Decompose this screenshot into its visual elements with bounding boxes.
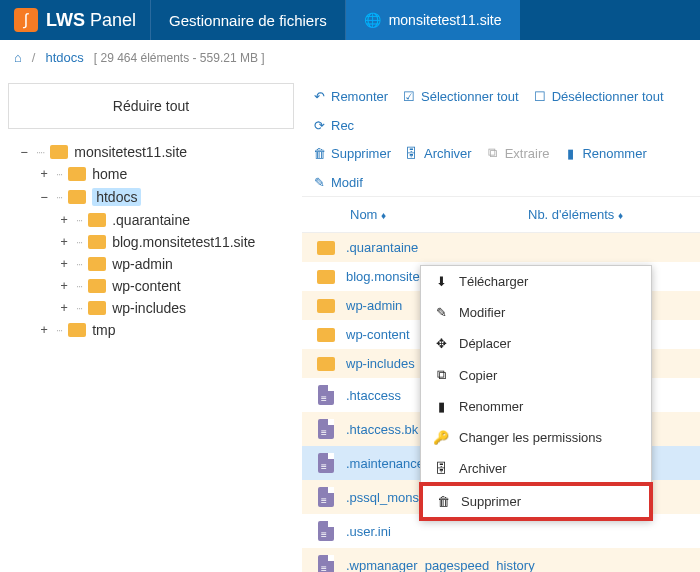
bookmark-icon: ▮ [563,146,577,161]
ctx-permissions[interactable]: 🔑Changer les permissions [421,422,651,453]
file-icon [318,419,334,439]
folder-icon [88,301,106,315]
checkbox-checked-icon: ☑ [402,89,416,104]
breadcrumb-current[interactable]: htdocs [45,50,83,65]
tree-toggle-icon[interactable]: + [58,235,70,249]
folder-icon [68,323,86,337]
sidebar: Réduire tout −····monsitetest11.site +··… [0,75,302,572]
main: Réduire tout −····monsitetest11.site +··… [0,75,700,572]
folder-open-icon [68,190,86,204]
tree-item-wpadmin[interactable]: +···wp-admin [18,253,294,275]
archive-icon: 🗄 [433,461,449,476]
globe-icon: 🌐 [364,12,381,28]
copy-icon: ⧉ [433,367,449,383]
folder-icon [88,235,106,249]
toolbar-row2: 🗑Supprimer 🗄Archiver ⧉Extraire ▮Renommer… [302,139,700,196]
tree-toggle-icon[interactable]: + [58,257,70,271]
app-header: ∫ LWS Panel Gestionnaire de fichiers 🌐 m… [0,0,700,40]
folder-icon [68,167,86,181]
trash-icon: 🗑 [435,494,451,509]
header-title: Gestionnaire de fichiers [151,12,345,29]
download-icon: ⬇ [433,274,449,289]
ctx-delete[interactable]: 🗑Supprimer [419,482,653,521]
pencil-icon: ✎ [312,175,326,190]
extract-icon: ⧉ [486,145,500,161]
col-elements[interactable]: Nb. d'éléments ♦ [528,207,688,222]
modify-button[interactable]: ✎Modif [312,175,363,190]
folder-icon [317,328,335,342]
file-icon [318,487,334,507]
deselect-all-button[interactable]: ☐Désélectionner tout [533,89,664,104]
tree-item-blog[interactable]: +···blog.monsitetest11.site [18,231,294,253]
tree-root[interactable]: −····monsitetest11.site [18,141,294,163]
ctx-archive[interactable]: 🗄Archiver [421,453,651,484]
folder-icon [317,357,335,371]
tree-item-tmp[interactable]: +···tmp [18,319,294,341]
site-name: monsitetest11.site [389,12,502,28]
checkbox-empty-icon: ☐ [533,89,547,104]
sort-icon: ♦ [381,210,386,221]
tree-toggle-icon[interactable]: + [58,301,70,315]
home-icon[interactable]: ⌂ [14,50,22,65]
folder-icon [317,270,335,284]
col-name[interactable]: Nom ♦ [314,207,528,222]
tree-item-wpincludes[interactable]: +···wp-includes [18,297,294,319]
tree-toggle-icon[interactable]: − [38,190,50,204]
up-button[interactable]: ↶Remonter [312,89,388,104]
ctx-edit[interactable]: ✎Modifier [421,297,651,328]
list-row[interactable]: .quarantaine [302,233,700,262]
trash-icon: 🗑 [312,146,326,161]
file-icon [318,453,334,473]
header-site[interactable]: 🌐 monsitetest11.site [346,0,520,40]
folder-icon [50,145,68,159]
folder-icon [88,279,106,293]
toolbar: ↶Remonter ☑Sélectionner tout ☐Désélectio… [302,83,700,139]
breadcrumb-meta: [ 29 464 éléments - 559.21 MB ] [94,51,265,65]
logo-text: LWS Panel [46,10,136,31]
ctx-download[interactable]: ⬇Télécharger [421,266,651,297]
tree-item-wpcontent[interactable]: +···wp-content [18,275,294,297]
tree-item-htdocs[interactable]: −···htdocs [18,185,294,209]
tree-toggle-icon[interactable]: + [38,323,50,337]
key-icon: 🔑 [433,430,449,445]
collapse-all-button[interactable]: Réduire tout [8,83,294,129]
file-icon [318,521,334,541]
file-icon [318,555,334,572]
ctx-copy[interactable]: ⧉Copier [421,359,651,391]
list-row[interactable]: .wpmanager_pagespeed_history [302,548,700,572]
tree-toggle-icon[interactable]: + [58,213,70,227]
bookmark-icon: ▮ [433,399,449,414]
ctx-rename[interactable]: ▮Renommer [421,391,651,422]
logo[interactable]: ∫ LWS Panel [0,8,150,32]
rename-button[interactable]: ▮Renommer [563,145,646,161]
delete-button[interactable]: 🗑Supprimer [312,145,391,161]
tree-item-quarantaine[interactable]: +···.quarantaine [18,209,294,231]
refresh-button[interactable]: ⟳Rec [312,118,354,133]
breadcrumb: ⌂ / htdocs [ 29 464 éléments - 559.21 MB… [0,40,700,75]
folder-icon [88,213,106,227]
select-all-button[interactable]: ☑Sélectionner tout [402,89,519,104]
folder-icon [317,299,335,313]
pencil-icon: ✎ [433,305,449,320]
folder-icon [88,257,106,271]
move-icon: ✥ [433,336,449,351]
archive-button[interactable]: 🗄Archiver [405,145,472,161]
list-header: Nom ♦ Nb. d'éléments ♦ [302,196,700,233]
sort-icon: ♦ [618,210,623,221]
refresh-icon: ⟳ [312,118,326,133]
up-arrow-icon: ↶ [312,89,326,104]
folder-tree: −····monsitetest11.site +···home −···htd… [8,141,294,341]
tree-item-home[interactable]: +···home [18,163,294,185]
file-panel: ↶Remonter ☑Sélectionner tout ☐Désélectio… [302,75,700,572]
folder-icon [317,241,335,255]
tree-toggle-icon[interactable]: + [58,279,70,293]
logo-icon: ∫ [14,8,38,32]
context-menu: ⬇Télécharger ✎Modifier ✥Déplacer ⧉Copier… [420,265,652,520]
file-icon [318,385,334,405]
tree-toggle-icon[interactable]: + [38,167,50,181]
breadcrumb-sep: / [32,50,36,65]
archive-icon: 🗄 [405,146,419,161]
extract-button: ⧉Extraire [486,145,550,161]
tree-toggle-icon[interactable]: − [18,145,30,159]
ctx-move[interactable]: ✥Déplacer [421,328,651,359]
